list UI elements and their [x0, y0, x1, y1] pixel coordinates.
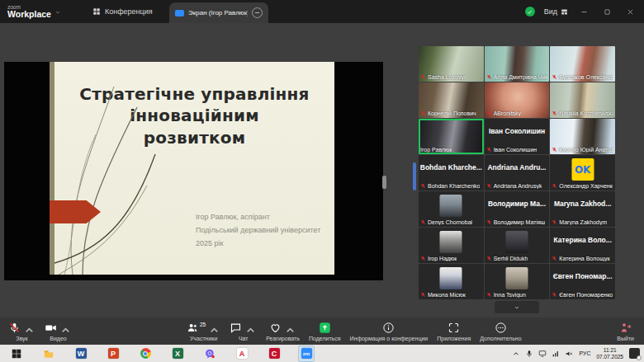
participant-tile[interactable]: Bohdan Kharche...Bohdan Kharchenko — [419, 155, 484, 190]
mic-muted-icon — [552, 183, 557, 189]
participant-tile[interactable]: Курило Юрій Анатол... — [550, 119, 615, 154]
chevron-up-icon[interactable] — [208, 324, 220, 336]
participant-tile[interactable]: OKОлександр Харченко — [550, 155, 615, 190]
toolbar-icon-row — [230, 322, 257, 335]
language-indicator[interactable]: РУС — [579, 350, 590, 356]
volume-icon[interactable] — [565, 350, 573, 358]
participant-tile[interactable]: Корнелій Попович — [419, 82, 484, 118]
minimize-window-icon[interactable] — [577, 7, 591, 17]
info-icon — [382, 322, 395, 334]
participant-tile[interactable]: Inna Tsvigun — [485, 264, 550, 299]
participant-tile[interactable]: Алла Дмитрівна Чик... — [485, 46, 550, 82]
taskbar-chrome-icon[interactable] — [138, 346, 153, 361]
tab-screen-share[interactable]: Экран (Ігор Равлюк) — [169, 2, 268, 23]
toolbar-participants-button[interactable]: 25Участники — [187, 322, 220, 341]
participants-count-badge: 25 — [200, 322, 206, 327]
participant-label: ABronitsky — [486, 110, 521, 116]
windows-taskbar: WPXACzm РУС 11:21 07.07.2025 — [0, 345, 644, 362]
toolbar-icon-row — [619, 322, 632, 335]
toolbar-chat-button[interactable]: Чат — [230, 322, 257, 341]
participant-tile[interactable]: Ігор Равлюк — [419, 119, 484, 154]
taskbar-clock[interactable]: 11:21 07.07.2025 — [596, 347, 623, 360]
chevron-up-icon[interactable] — [59, 324, 72, 336]
toolbar-more-button[interactable]: Дополнительно — [480, 322, 521, 341]
participant-tile[interactable]: ABronitsky — [485, 82, 550, 118]
toolbar-mic-muted-button[interactable]: Звук — [8, 322, 36, 341]
participant-label: Олександр Харченко — [552, 183, 613, 189]
presentation-slide: Стратегічне управління інноваційним розв… — [54, 62, 334, 275]
view-button[interactable]: Вид — [544, 7, 568, 16]
participant-tile[interactable]: Nataliia Korzhenivska — [550, 82, 615, 118]
maximize-window-icon[interactable] — [600, 7, 614, 17]
notifications-icon[interactable] — [629, 348, 640, 359]
toolbar-leave-button[interactable]: Выйти — [617, 322, 634, 341]
participant-tile[interactable]: Serhii Didukh — [485, 228, 550, 263]
mic-muted-icon — [8, 322, 21, 334]
meeting-main-area: Стратегічне управління інноваційним розв… — [0, 23, 644, 317]
grid-collapse-button[interactable] — [495, 301, 539, 313]
participant-name-text: Євген Пономар... — [550, 272, 615, 280]
close-window-icon[interactable] — [623, 7, 637, 17]
screen-tab-label: Экран (Ігор Равлюк) — [188, 9, 248, 16]
toolbar-camera-button[interactable]: Видео — [45, 322, 72, 341]
toolbar-share-button[interactable]: Поделиться — [309, 322, 341, 341]
clock-time: 11:21 — [604, 347, 617, 353]
toolbar-icon-row — [8, 322, 36, 335]
security-shield-icon[interactable] — [525, 7, 535, 16]
taskbar-zoom-icon[interactable]: zm — [299, 346, 314, 361]
participant-tile[interactable]: Бурлаков Олександр — [550, 46, 615, 82]
chevron-up-icon[interactable] — [23, 324, 36, 336]
taskbar-start-icon[interactable] — [9, 346, 24, 361]
taskbar-apps: WPXACzm — [9, 346, 314, 361]
participant-label: Корнелій Попович — [420, 110, 476, 116]
more-icon — [495, 322, 507, 334]
taskbar-excel-icon[interactable]: X — [170, 346, 185, 361]
panel-divider-handle[interactable] — [382, 176, 386, 189]
participant-label-text: ABronitsky — [494, 110, 521, 116]
toolbar-apps-button[interactable]: Приложения — [437, 322, 471, 341]
participant-tile[interactable]: Катерина Воло...Катерина Волощук — [550, 228, 615, 263]
grid-scrollbar-thumb[interactable] — [413, 162, 416, 190]
taskbar-viber-icon[interactable] — [202, 346, 217, 361]
chevron-down-icon[interactable] — [54, 9, 61, 16]
network-icon[interactable] — [552, 350, 560, 358]
tab-minus-icon[interactable] — [252, 7, 263, 18]
participant-tile[interactable]: Микола Місюк — [419, 264, 484, 299]
participant-tile[interactable]: Євген Пономар...Євген Пономаренко — [550, 264, 615, 299]
participant-tile[interactable]: Andriana Andru...Andriana Andrusyk — [485, 155, 550, 190]
participant-tile[interactable]: Sasha Lozovyi — [419, 46, 484, 82]
participant-avatar: OK — [571, 158, 594, 181]
conference-menu-item[interactable]: Конференция — [92, 7, 153, 16]
participant-label-text: Maryna Zakhodym — [559, 219, 607, 225]
participant-avatar — [440, 267, 462, 289]
mic-muted-icon — [486, 256, 492, 261]
toolbar-label: Реагировать — [266, 336, 300, 341]
chevron-up-icon[interactable] — [244, 324, 257, 336]
zoom-workplace-logo[interactable]: zoom Workplace — [7, 5, 61, 19]
participant-label-text: Алла Дмитрівна Чик... — [494, 74, 547, 80]
chevron-up-icon[interactable] — [284, 324, 296, 336]
taskbar-c-browser-icon[interactable]: C — [267, 346, 282, 361]
taskbar-tray-icons — [512, 350, 573, 358]
mic-muted-icon — [552, 147, 557, 153]
participant-label: Denys Chornobai — [420, 219, 472, 225]
participant-tile[interactable]: Іван СоколишинІван Соколишин — [485, 119, 550, 154]
participant-tile[interactable]: Ігор Надюк — [419, 228, 484, 263]
participant-label-text: Олександр Харченко — [559, 183, 613, 189]
participant-label: Ігор Равлюк — [420, 147, 452, 153]
participant-tile[interactable]: Maryna Zakhod...Maryna Zakhodym — [550, 191, 615, 227]
toolbar-info-button[interactable]: Информация о конференции — [350, 322, 429, 341]
taskbar-word-icon[interactable]: W — [73, 346, 88, 361]
mic-muted-icon — [486, 74, 492, 80]
participant-tile[interactable]: Володимир Ма...Володимир Матіяш — [485, 191, 550, 227]
display-icon[interactable] — [538, 350, 547, 358]
toolbar-react-button[interactable]: Реагировать — [266, 322, 300, 341]
hidden-icons-icon[interactable] — [512, 350, 520, 358]
taskbar-acrobat-icon[interactable]: A — [234, 346, 249, 361]
participant-label: Maryna Zakhodym — [552, 219, 607, 225]
microphone-icon[interactable] — [525, 350, 533, 358]
mic-muted-icon — [420, 292, 426, 298]
taskbar-powerpoint-icon[interactable]: P — [106, 346, 121, 361]
participant-tile[interactable]: Denys Chornobai — [419, 191, 484, 227]
taskbar-explorer-icon[interactable] — [41, 346, 56, 361]
